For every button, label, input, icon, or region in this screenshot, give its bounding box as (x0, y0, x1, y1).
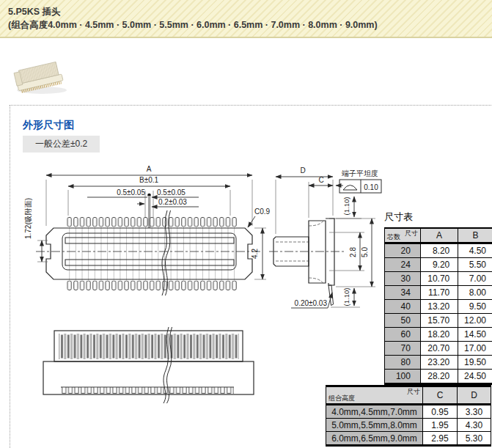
d-cell: 4.30 (458, 419, 491, 432)
pins-cell: 80 (385, 356, 421, 370)
connector-photo-image (9, 56, 76, 98)
b-cell: 19.50 (458, 356, 492, 370)
dim-b-label: B±0.1 (139, 176, 158, 184)
corner-label-size: 尺寸 (407, 387, 420, 397)
pins-cell: 20 (385, 243, 421, 258)
col-header-d: D (458, 386, 491, 405)
dim-50-label: 5.0 (361, 247, 369, 257)
b-cell: 5.50 (458, 258, 492, 272)
a-cell: 10.70 (420, 272, 458, 286)
height-table-corner-cell: 尺寸 组合高度 (326, 386, 423, 405)
height-table-header-row: 尺寸 组合高度 C D (326, 386, 491, 405)
a-cell: 11.70 (420, 286, 458, 300)
pins-cell: 34 (385, 286, 421, 300)
a-cell: 23.20 (420, 356, 458, 370)
c-cell: 0.95 (423, 405, 458, 419)
corner-label-pins: 芯数 (387, 232, 400, 242)
product-title: 5.P5KS 插头 (8, 5, 492, 18)
dim-020-label: 0.20±0.03 (295, 299, 328, 307)
section-title: 外形尺寸图 (23, 119, 74, 132)
slot-row (59, 334, 239, 359)
dim-02-label: 0.2±0.03 (158, 198, 187, 206)
table-row: 3010.707.00 (385, 272, 492, 286)
b-cell: 24.50 (458, 370, 492, 384)
corner-label-size: 尺寸 (405, 229, 418, 238)
height-cell: 5.0mm,5.5mm,8.0mm (326, 419, 423, 432)
pins-cell: 30 (385, 272, 421, 286)
b-cell: 4.50 (458, 243, 492, 258)
size-table-header-row: 尺寸 芯数 A B (385, 228, 492, 243)
table-row: 7020.7017.00 (385, 342, 492, 356)
a-cell: 15.70 (420, 314, 458, 328)
dim-half-right-label: 0.5±0.05 (157, 188, 186, 197)
pins-cell: 60 (385, 328, 421, 342)
col-header-c: C (423, 386, 458, 405)
flatness-tolerance-box: 0.10 (339, 180, 381, 193)
body-height-label: 4.2 (251, 249, 259, 259)
dim-d-label: D (300, 166, 305, 175)
table-row: 6018.2014.50 (385, 328, 492, 342)
pins-cell: 24 (385, 258, 421, 272)
dim-c-label: C (318, 176, 323, 184)
a-cell: 13.20 (420, 300, 458, 314)
paren-110-top-label: (1.10) (342, 197, 350, 216)
table-row: 3411.708.00 (385, 286, 492, 300)
terminal-flatness-label: 端子平坦度 (342, 169, 378, 177)
d-cell: 3.30 (458, 405, 491, 419)
corner-label-stack-height: 组合高度 (328, 394, 355, 403)
a-cell: 18.20 (420, 328, 458, 342)
dim-half-left-label: 0.5±0.05 (117, 188, 145, 197)
side-view-drawing: D C 端子平坦度 0.10 (1.10) (269, 166, 381, 308)
table-row: 4013.209.50 (385, 300, 492, 314)
product-photo (9, 56, 76, 98)
height-cell: 4.0mm,4.5mm,7.0mm (326, 405, 423, 419)
pins-cell: 40 (385, 300, 421, 314)
connector-body-outline (46, 228, 252, 279)
c-cell: 2.95 (423, 432, 458, 446)
height-table: 尺寸 组合高度 C D 4.0mm,4.5mm,7.0mm0.953.30 5.… (326, 385, 491, 447)
a-cell: 28.20 (420, 370, 458, 384)
pins-cell: 70 (385, 342, 421, 356)
bottom-pin-row (66, 281, 237, 290)
a-cell: 9.20 (420, 258, 458, 272)
product-subtitle: (组合高度4.0mm · 4.5mm · 5.0mm · 5.5mm · 6.0… (8, 18, 492, 32)
b-cell: 17.00 (458, 342, 492, 356)
pickup-face-label: 1.72(吸附面) (24, 198, 32, 239)
b-cell: 9.50 (458, 300, 492, 314)
table-row: 6.0mm,6.5mm,9.0mm2.955.30 (326, 432, 491, 446)
top-pin-row (66, 217, 237, 227)
general-tolerance-badge: 一般公差±0.2 (23, 136, 100, 153)
flatness-value: 0.10 (364, 183, 378, 191)
b-cell: 8.00 (458, 286, 492, 300)
table-row: 249.205.50 (385, 258, 492, 272)
b-cell: 12.00 (458, 314, 492, 328)
height-cell: 6.0mm,6.5mm,9.0mm (326, 432, 423, 446)
dim-28-label: 2.8 (349, 247, 357, 257)
col-header-b: B (458, 228, 492, 243)
table-row: 8023.2019.50 (385, 356, 492, 370)
front-view-drawing (43, 327, 254, 403)
flatness-symbol-icon (343, 186, 357, 191)
table-row: 4.0mm,4.5mm,7.0mm0.953.30 (326, 405, 491, 419)
a-cell: 20.70 (420, 342, 458, 356)
c-cell: 1.95 (423, 419, 458, 432)
teeth-row (61, 387, 234, 394)
paren-110-bottom-label: (1.10) (342, 288, 350, 306)
col-header-a: A (420, 228, 458, 243)
chamfer-label: C0.9 (254, 208, 271, 216)
d-cell: 5.30 (458, 432, 491, 446)
pins-cell: 50 (385, 314, 421, 328)
table-row: 10028.2024.50 (385, 370, 492, 384)
size-table-title: 尺寸表 (384, 210, 413, 224)
size-table-corner-cell: 尺寸 芯数 (385, 228, 421, 243)
top-view-drawing: A B±0.1 0.5±0.05 0.5±0.05 0.2±0.03 (24, 165, 271, 295)
b-cell: 14.50 (458, 328, 492, 342)
dim-a-label: A (147, 165, 152, 173)
table-row: 5015.7012.00 (385, 314, 492, 328)
table-row: 5.0mm,5.5mm,8.0mm1.954.30 (326, 419, 491, 432)
pins-cell: 100 (385, 370, 421, 384)
product-header: 5.P5KS 插头 (组合高度4.0mm · 4.5mm · 5.0mm · 5… (0, 0, 492, 38)
b-cell: 7.00 (458, 272, 492, 286)
table-row: 208.204.50 (385, 243, 492, 258)
a-cell: 8.20 (420, 243, 458, 258)
